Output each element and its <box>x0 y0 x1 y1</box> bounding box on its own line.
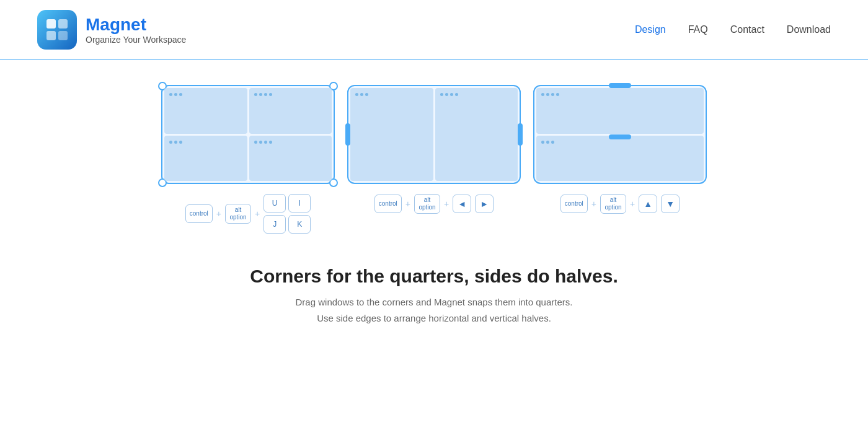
plus-4: + <box>444 199 449 209</box>
logo-icon <box>37 10 77 50</box>
window-halves-v <box>347 85 521 184</box>
key-control-h: control <box>560 195 588 213</box>
diagram-halves-v-col: control + alt option + ◄ ► <box>347 85 521 234</box>
pane-tl <box>164 88 247 134</box>
handle-top <box>609 83 631 88</box>
window-halves-h <box>533 85 707 184</box>
nav-download[interactable]: Download <box>787 24 831 35</box>
key-u: U <box>264 194 286 212</box>
handle-right <box>518 123 523 146</box>
diagram-quarters-col: control + alt option + U I J K <box>161 85 335 234</box>
key-arrow-left: ◄ <box>453 195 471 213</box>
key-alt-option-v: alt option <box>414 194 440 214</box>
shortcut-halves-h: control + alt option + ▲ ▼ <box>560 194 680 214</box>
header: Magnet Organize Your Workspace Design FA… <box>0 0 868 60</box>
pane-left <box>350 88 433 181</box>
key-k: K <box>288 215 311 234</box>
shortcut-quarters: control + alt option + U I J K <box>185 194 311 234</box>
pane-right <box>435 88 518 181</box>
app-subtitle: Organize Your Workspace <box>86 35 186 45</box>
key-alt-option: alt option <box>225 204 251 224</box>
svg-rect-2 <box>46 31 56 40</box>
nav-faq[interactable]: FAQ <box>688 24 708 35</box>
nav-design[interactable]: Design <box>635 24 666 35</box>
pane-bl <box>164 136 247 182</box>
key-alt-option-h: alt option <box>600 194 626 214</box>
handle-bottom <box>609 134 631 139</box>
plus-2: + <box>255 209 260 219</box>
key-control: control <box>185 204 213 223</box>
pane-br <box>249 136 332 182</box>
handle-left <box>345 123 350 146</box>
svg-rect-3 <box>58 31 68 40</box>
logo-area: Magnet Organize Your Workspace <box>37 10 186 50</box>
window-quarters <box>161 85 335 184</box>
pane-dots <box>254 141 272 144</box>
pane-dots <box>169 141 182 144</box>
plus-3: + <box>405 199 410 209</box>
key-group-wasd: U I J K <box>264 194 311 234</box>
pane-dots <box>541 141 554 144</box>
diagrams-row: control + alt option + U I J K <box>161 85 707 234</box>
plus-6: + <box>630 199 635 209</box>
key-i: I <box>288 194 311 212</box>
app-title: Magnet <box>86 15 186 35</box>
key-arrow-up: ▲ <box>639 195 657 213</box>
svg-rect-1 <box>58 19 68 28</box>
svg-rect-0 <box>46 19 56 28</box>
headline-subtitle: Drag windows to the corners and Magnet s… <box>250 294 618 326</box>
key-arrow-down: ▼ <box>661 195 680 213</box>
pane-dots <box>541 93 559 96</box>
plus-1: + <box>216 209 221 219</box>
pane-top <box>536 88 704 134</box>
pane-dots <box>440 93 458 96</box>
main-nav: Design FAQ Contact Download <box>635 24 831 35</box>
key-arrow-right: ► <box>475 195 494 213</box>
pane-dots <box>355 93 368 96</box>
pane-dots <box>169 93 182 96</box>
pane-tr <box>249 88 332 134</box>
headline-title: Corners for the quarters, sides do halve… <box>250 266 618 287</box>
nav-contact[interactable]: Contact <box>730 24 764 35</box>
headline-section: Corners for the quarters, sides do halve… <box>250 266 618 326</box>
diagram-halves-h-col: control + alt option + ▲ ▼ <box>533 85 707 234</box>
plus-5: + <box>591 199 596 209</box>
pane-dots <box>254 93 272 96</box>
pane-bottom <box>536 136 704 182</box>
key-j: J <box>264 215 286 234</box>
key-control-v: control <box>374 195 402 213</box>
logo-text: Magnet Organize Your Workspace <box>86 15 186 45</box>
shortcut-halves-v: control + alt option + ◄ ► <box>374 194 494 214</box>
main-content: control + alt option + U I J K <box>0 60 868 344</box>
